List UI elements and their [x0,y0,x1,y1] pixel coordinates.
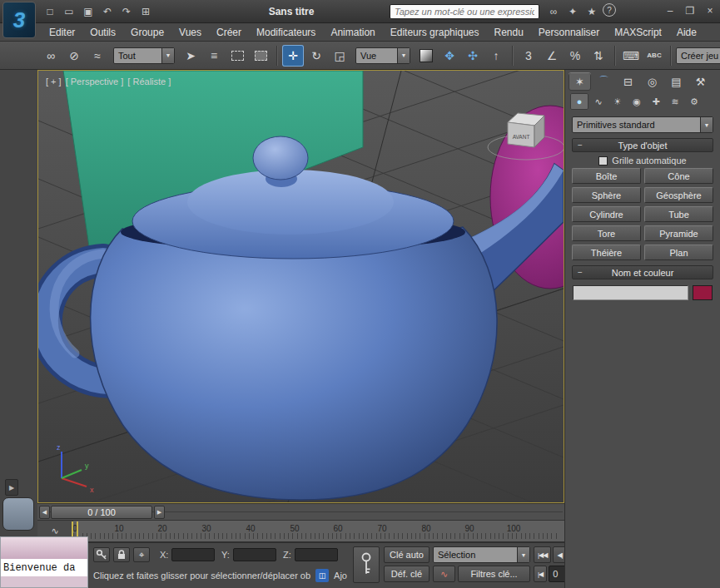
next-frame-arrow-button[interactable]: ▶ [154,506,165,519]
rollout-name-color[interactable]: − Nom et couleur [572,265,713,279]
redo-button[interactable]: ↷ [118,3,135,20]
menu-modificateurs[interactable]: Modificateurs [249,24,323,41]
use-pivot-center-button[interactable]: ✥ [439,45,460,67]
z-coordinate-field[interactable] [295,548,338,561]
select-and-move-button[interactable]: ✛ [282,45,304,67]
category-lights[interactable]: ☀ [608,93,627,110]
menu-groupe[interactable]: Groupe [123,24,171,41]
selection-lock-toggle[interactable] [113,547,130,562]
object-type-button-pyramide[interactable]: Pyramide [644,225,713,241]
open-file-button[interactable]: ▭ [61,3,77,20]
percent-snap-button[interactable]: % [564,45,586,67]
new-key-curve-button[interactable]: ∿ [433,566,455,582]
tab-create[interactable]: ✶ [569,72,591,91]
snap-toggle-3d-button[interactable]: 3 [518,45,539,67]
viewport-shading-menu[interactable]: [ Réaliste ] [127,77,171,86]
y-coordinate-field[interactable] [233,548,276,561]
window-crossing-button[interactable] [250,45,271,67]
tab-modify[interactable]: ⌒ [593,72,615,91]
select-and-scale-button[interactable]: ◲ [329,45,350,67]
perspective-viewport[interactable]: [ + ] [ Perspective ] [ Réaliste ] [37,70,564,503]
category-systems[interactable]: ⚙ [685,93,703,110]
previous-frame-arrow-button[interactable]: ◀ [39,506,50,519]
keyboard-override-button[interactable]: ⌨ [620,45,642,67]
viewport-pov-menu[interactable]: [ Perspective ] [66,77,124,86]
infocenter-search[interactable] [390,4,539,19]
select-object-button[interactable]: ➤ [180,45,201,67]
expand-panel-arrow-button[interactable]: ▶ [5,479,18,496]
minimize-button[interactable]: – [663,4,677,17]
set-keys-button[interactable] [353,546,380,583]
absolute-mode-toggle[interactable]: ⌖ [133,547,150,562]
viewport-layout-tab[interactable] [2,497,34,531]
tab-hierarchy[interactable]: ⊟ [617,72,639,91]
object-type-button-theiere[interactable]: Théière [572,245,641,260]
select-and-rotate-button[interactable]: ↻ [305,45,327,67]
object-type-button-cone[interactable]: Cône [644,168,713,184]
menu-outils[interactable]: Outils [82,24,123,41]
key-filters-button[interactable]: Filtres clé... [458,566,530,582]
angle-snap-button[interactable]: ∠ [541,45,563,67]
auto-key-button[interactable]: Clé auto [384,546,430,563]
set-key-mode-button[interactable]: Déf. clé [384,566,430,582]
object-type-button-cylindre[interactable]: Cylindre [572,206,641,222]
spinner-snap-button[interactable]: ⇅ [588,45,609,67]
reference-coordinate-dropdown[interactable]: Vue ▼ [355,47,410,64]
category-spacewarps[interactable]: ≋ [666,93,684,110]
chevron-down-icon[interactable]: ▼ [517,547,529,562]
object-name-field[interactable] [573,285,688,300]
named-selection-set-combo[interactable]: Créer jeu de sélection ▼ [676,47,720,64]
category-geometry[interactable]: ● [570,93,588,110]
selection-set-dropdown[interactable]: Sélection ▼ [433,546,530,563]
tab-motion[interactable]: ◎ [641,72,663,91]
edit-named-sets-button[interactable]: ABC [643,45,665,67]
search-button[interactable]: ∞ [545,3,562,20]
selection-filter-dropdown[interactable]: Tout ▼ [113,47,175,64]
menu-rendu[interactable]: Rendu [486,24,530,41]
select-and-manipulate-button[interactable]: ✣ [462,45,484,67]
chevron-down-icon[interactable]: ▼ [700,117,713,132]
new-scene-button[interactable]: □ [42,3,58,20]
chevron-down-icon[interactable]: ▼ [397,48,410,63]
menu-personnaliser[interactable]: Personnaliser [531,24,607,41]
favorites-button[interactable]: ★ [583,3,600,20]
select-by-name-button[interactable]: ≡ [203,45,225,67]
object-type-button-geosphere[interactable]: Géosphère [644,187,713,203]
object-type-button-boite[interactable]: Boîte [572,168,641,184]
previous-key-button[interactable]: |◀ [534,566,547,582]
menu-vues[interactable]: Vues [171,24,209,41]
track-bar[interactable]: ∿ 0 10 20 30 40 50 60 70 80 90 100 [37,521,564,542]
time-slider-handle[interactable]: 0 / 100 [51,506,152,519]
auto-grid-checkbox[interactable] [598,156,608,166]
layer-up-button[interactable]: ↑ [485,45,507,67]
prompt-toggle-button[interactable]: ◫ [315,569,329,582]
menu-editer[interactable]: Editer [42,24,82,41]
object-type-button-sphere[interactable]: Sphère [572,187,641,203]
select-and-link-button[interactable]: ∞ [40,45,62,67]
object-type-button-tube[interactable]: Tube [644,206,713,222]
save-file-button[interactable]: ▣ [80,3,97,20]
welcome-screen-window[interactable]: Bienvenue da [0,536,88,588]
tab-utilities[interactable]: ⚒ [689,72,712,91]
unlink-selection-button[interactable]: ⊘ [63,45,85,67]
restore-button[interactable]: ❐ [683,4,697,17]
selection-region-button[interactable] [226,45,248,67]
object-color-swatch[interactable] [693,285,713,300]
search-input[interactable] [390,5,539,18]
viewport-canvas[interactable]: AVANT z x y [38,71,564,502]
close-button[interactable]: × [703,4,717,17]
category-helpers[interactable]: ✚ [647,93,665,110]
category-shapes[interactable]: ∿ [589,93,608,110]
bind-to-spacewarp-button[interactable]: ≈ [87,45,108,67]
undo-button[interactable]: ↶ [99,3,116,20]
chevron-down-icon[interactable]: ▼ [161,48,174,63]
menu-animation[interactable]: Animation [323,24,382,41]
menu-maxscript[interactable]: MAXScript [607,24,669,41]
primitives-category-dropdown[interactable]: Primitives standard ▼ [572,116,713,133]
x-coordinate-field[interactable] [171,548,215,561]
menu-creer[interactable]: Créer [209,24,249,41]
community-button[interactable]: ✦ [564,3,581,20]
time-slider-track[interactable]: ◀ 0 / 100 ▶ [37,503,564,521]
object-type-button-plan[interactable]: Plan [644,245,713,260]
tab-display[interactable]: ▤ [665,72,688,91]
